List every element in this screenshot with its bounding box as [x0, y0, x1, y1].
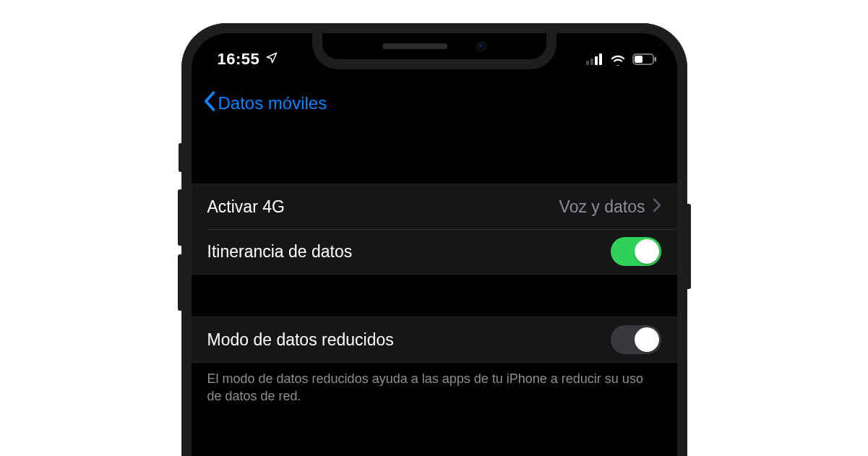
row-enable-4g-label: Activar 4G	[207, 197, 285, 217]
row-enable-4g[interactable]: Activar 4G Voz y datos	[192, 184, 677, 229]
chevron-right-icon	[653, 197, 661, 217]
volume-up-button[interactable]	[178, 189, 183, 246]
status-time: 16:55	[218, 50, 260, 69]
back-button[interactable]: Datos móviles	[203, 91, 327, 116]
row-enable-4g-value: Voz y datos	[559, 197, 645, 217]
phone-frame: 16:55	[181, 23, 687, 456]
low-data-mode-toggle[interactable]	[611, 325, 661, 354]
row-low-data-mode: Modo de datos reducidos	[192, 317, 677, 362]
low-data-mode-footer: El modo de datos reducidos ayuda a las a…	[192, 363, 677, 405]
svg-rect-5	[654, 57, 656, 61]
svg-rect-1	[590, 59, 593, 65]
wifi-icon	[609, 53, 627, 66]
earpiece-speaker	[382, 43, 447, 49]
toggle-knob	[635, 327, 659, 352]
notch	[322, 33, 546, 59]
power-button[interactable]	[686, 204, 691, 289]
back-label: Datos móviles	[218, 93, 327, 113]
settings-group-lowdata: Modo de datos reducidos	[192, 317, 677, 363]
settings-group-cellular: Activar 4G Voz y datos Itinerancia de da…	[192, 184, 677, 275]
row-enable-4g-value-wrap: Voz y datos	[559, 197, 661, 217]
chevron-left-icon	[203, 91, 215, 116]
row-data-roaming-label: Itinerancia de datos	[207, 242, 353, 262]
volume-down-button[interactable]	[178, 254, 183, 311]
data-roaming-toggle[interactable]	[611, 237, 661, 266]
row-low-data-mode-label: Modo de datos reducidos	[207, 330, 394, 350]
cellular-signal-icon	[586, 53, 603, 65]
svg-rect-2	[595, 56, 598, 65]
row-data-roaming: Itinerancia de datos	[192, 229, 677, 274]
nav-header: Datos móviles	[192, 84, 677, 126]
location-icon	[265, 50, 278, 69]
svg-rect-0	[586, 61, 589, 65]
mute-switch[interactable]	[179, 143, 183, 172]
settings-content: Activar 4G Voz y datos Itinerancia de da…	[192, 142, 677, 405]
svg-rect-6	[635, 56, 643, 63]
front-camera	[476, 41, 486, 51]
phone-screen: 16:55	[192, 33, 677, 456]
battery-icon	[632, 53, 657, 65]
toggle-knob	[635, 239, 659, 264]
viewport: 16:55	[0, 0, 868, 456]
status-bar-left: 16:55	[218, 50, 279, 69]
svg-rect-3	[599, 53, 602, 65]
status-bar-right	[586, 53, 657, 66]
